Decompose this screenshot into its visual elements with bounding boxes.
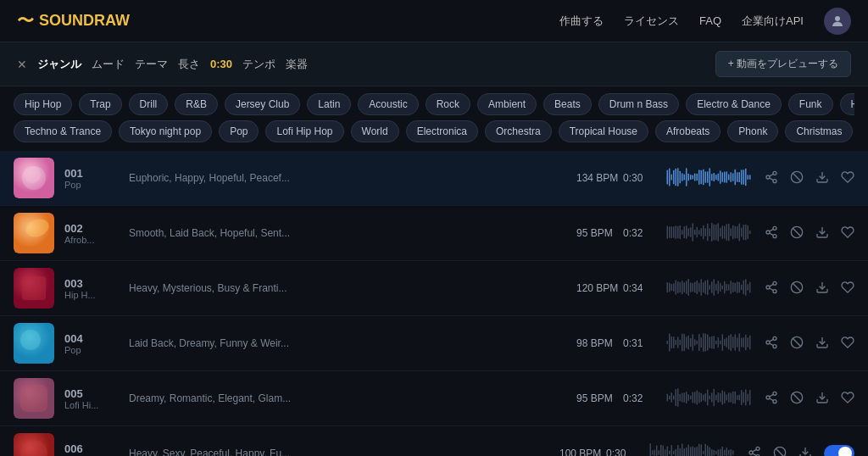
svg-rect-234 — [731, 392, 732, 402]
svg-rect-179 — [720, 341, 721, 344]
share-icon[interactable] — [765, 336, 778, 352]
filter-close-icon[interactable]: ✕ — [17, 58, 27, 71]
genre-tag[interactable]: Acoustic — [358, 93, 418, 115]
track-waveform[interactable] — [666, 275, 751, 301]
genre-tag[interactable]: Tropical House — [559, 120, 648, 142]
genre-tag[interactable]: World — [351, 120, 399, 142]
filter-length-label[interactable]: 長さ — [178, 57, 200, 72]
svg-rect-138 — [739, 282, 741, 293]
genre-tag[interactable]: Trap — [79, 93, 121, 115]
track-waveform[interactable] — [649, 441, 734, 456]
genre-tag[interactable]: Funk — [788, 93, 833, 115]
user-avatar[interactable] — [824, 8, 851, 35]
nav-license[interactable]: ライセンス — [624, 14, 679, 29]
svg-line-248 — [770, 394, 774, 397]
table-row[interactable]: 003Hip H...Heavy, Mysterious, Busy & Fra… — [0, 261, 868, 316]
genre-tag[interactable]: Christmas — [785, 120, 853, 142]
filter-bar: ✕ ジャンル ムード テーマ 長さ 0:30 テンポ 楽器 + 動画をプレビュー… — [0, 42, 868, 86]
download-icon[interactable] — [815, 391, 829, 407]
logo: 〜 SOUNDRAW — [17, 9, 130, 32]
share-icon[interactable] — [765, 170, 778, 186]
track-waveform[interactable] — [666, 220, 751, 246]
genre-tag[interactable]: Electro & Dance — [686, 93, 782, 115]
genre-tag[interactable]: Beats — [543, 93, 592, 115]
table-row[interactable]: 005Lofi Hi...Dreamy, Romantic, Elegant, … — [0, 371, 868, 426]
track-waveform[interactable] — [666, 331, 751, 356]
track-genre: Pop — [64, 345, 115, 355]
nav-faq[interactable]: FAQ — [699, 14, 721, 27]
svg-point-299 — [774, 447, 785, 456]
svg-rect-143 — [749, 282, 751, 293]
copy-link-icon[interactable] — [773, 446, 787, 457]
download-icon[interactable] — [815, 225, 829, 242]
download-icon[interactable] — [815, 336, 829, 352]
copy-link-icon[interactable] — [790, 225, 804, 242]
svg-rect-191 — [745, 335, 747, 351]
preview-button[interactable]: + 動画をプレビューする — [715, 51, 851, 77]
table-row[interactable]: 004PopLaid Back, Dreamy, Funny & Weir...… — [0, 316, 868, 371]
genre-tag[interactable]: Hip Hop — [14, 93, 72, 115]
like-icon[interactable] — [841, 336, 854, 352]
filter-genre[interactable]: ジャンル — [37, 57, 81, 72]
genre-tag[interactable]: Electronica — [406, 120, 478, 142]
svg-rect-13 — [686, 168, 687, 186]
svg-rect-127 — [715, 284, 717, 291]
svg-rect-224 — [709, 396, 711, 399]
svg-rect-275 — [694, 448, 696, 456]
genre-tag[interactable]: R&B — [175, 93, 218, 115]
genre-tag[interactable]: Orchestra — [485, 120, 552, 142]
filter-theme[interactable]: テーマ — [135, 57, 168, 72]
nav-enterprise[interactable]: 企業向けAPI — [742, 14, 804, 29]
like-icon[interactable] — [841, 391, 854, 407]
svg-rect-157 — [673, 336, 675, 348]
genre-tag[interactable]: Rock — [426, 93, 470, 115]
filter-bar-right: + 動画をプレビューする — [715, 51, 851, 77]
share-icon[interactable] — [765, 225, 778, 242]
genre-tag[interactable]: Ambient — [477, 93, 537, 115]
download-icon[interactable] — [815, 170, 829, 186]
copy-link-icon[interactable] — [790, 170, 804, 186]
table-row[interactable]: 001PopEuphoric, Happy, Hopeful, Peacef..… — [0, 151, 868, 206]
genre-tag[interactable]: Drum n Bass — [598, 93, 679, 115]
genre-tag[interactable]: Lofi Hip Hop — [265, 120, 343, 142]
track-waveform[interactable] — [666, 165, 751, 191]
copy-link-icon[interactable] — [790, 391, 804, 407]
svg-rect-66 — [693, 223, 694, 241]
svg-rect-169 — [698, 334, 700, 351]
svg-rect-291 — [728, 450, 730, 456]
genre-tag[interactable]: Pop — [219, 120, 259, 142]
genre-tag[interactable]: Techno & Trance — [14, 120, 112, 142]
table-row[interactable]: 006Hip H...Heavy, Sexy, Peaceful, Happy,… — [0, 426, 868, 456]
copy-link-icon[interactable] — [790, 281, 804, 297]
track-waveform[interactable] — [666, 386, 751, 411]
genre-tag[interactable]: Latin — [307, 93, 351, 115]
filter-length-value[interactable]: 0:30 — [210, 58, 232, 70]
genre-tag[interactable]: House — [840, 93, 854, 115]
nav-compose[interactable]: 作曲する — [559, 14, 604, 29]
download-icon[interactable] — [798, 446, 812, 457]
share-icon[interactable] — [748, 446, 761, 457]
genre-section: Hip HopTrapDrillR&BJersey ClubLatinAcous… — [0, 86, 868, 151]
svg-line-48 — [770, 174, 774, 176]
like-icon[interactable] — [841, 170, 854, 186]
genre-tag[interactable]: Tokyo night pop — [119, 120, 212, 142]
share-icon[interactable] — [765, 281, 778, 297]
track-toggle[interactable] — [824, 445, 854, 456]
share-icon[interactable] — [765, 391, 778, 407]
like-icon[interactable] — [841, 281, 854, 297]
genre-tag[interactable]: Phonk — [727, 120, 778, 142]
svg-rect-282 — [709, 447, 711, 456]
like-icon[interactable] — [841, 225, 854, 242]
copy-link-icon[interactable] — [790, 336, 804, 352]
table-row[interactable]: 002Afrob...Smooth, Laid Back, Hopeful, S… — [0, 206, 868, 261]
track-duration: 0:34 — [623, 282, 653, 294]
filter-tempo[interactable]: テンポ — [242, 57, 275, 72]
genre-tag[interactable]: Jersey Club — [225, 93, 300, 115]
filter-mood[interactable]: ムード — [92, 57, 125, 72]
filter-instrument[interactable]: 楽器 — [286, 57, 308, 72]
track-info: 006Hip H... — [64, 442, 115, 457]
download-icon[interactable] — [815, 281, 829, 297]
svg-rect-243 — [749, 390, 751, 405]
genre-tag[interactable]: Afrobeats — [655, 120, 721, 142]
genre-tag[interactable]: Drill — [129, 93, 169, 115]
